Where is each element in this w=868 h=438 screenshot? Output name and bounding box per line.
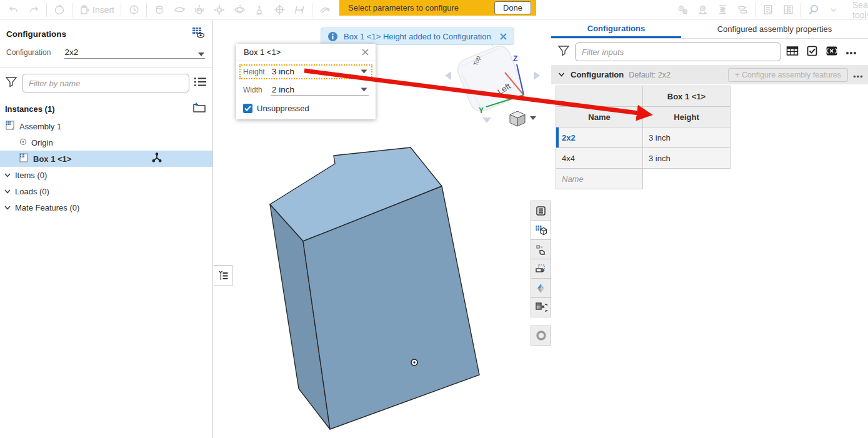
section-mate-features[interactable]: Mate Features (0) [0,199,212,216]
view-mode-ring-button[interactable] [531,326,551,346]
name-column-header[interactable]: Name [556,107,643,127]
section-more-icon[interactable] [853,69,863,81]
height-column-header[interactable]: Height [643,107,731,127]
lift-cylinder-icon[interactable] [189,2,209,18]
configure-assembly-features-button[interactable]: + Configure assembly features [728,68,848,82]
config-name-cell-2x2[interactable]: 2x2 [556,127,643,148]
move-icon[interactable] [209,2,229,18]
redo-icon[interactable] [24,2,44,18]
box-part[interactable] [270,147,479,429]
search-tools-icon[interactable] [804,2,824,18]
tree-item-origin[interactable]: Origin [0,134,212,151]
tab-configured-assembly-properties[interactable]: Configured assembly properties [681,20,868,38]
viewport-side-toolbar [531,201,551,346]
named-positions-panel-button[interactable] [531,297,551,317]
height-parameter-row[interactable]: Height 3 inch [239,64,372,79]
section-view-panel-button[interactable] [531,259,551,279]
tree-item-box-selected[interactable]: Box 1 <1> [0,151,212,167]
configuration-dropdown[interactable]: 2x2 [64,47,205,59]
snap-icon[interactable] [315,2,335,18]
width-parameter-row[interactable]: Width 2 inch [239,82,372,97]
table-instance-header-row: Box 1 <1> [556,86,731,107]
toolbar-divider [72,3,72,17]
box-top-face[interactable] [270,147,442,241]
raise-icon[interactable] [249,2,269,18]
configuration-section-header[interactable]: Configuration Default: 2x2 + Configure a… [551,65,868,84]
section-items[interactable]: Items (0) [0,167,212,183]
config-name-cell-4x4[interactable]: 4x4 [556,148,643,169]
unsuppressed-checkbox-row[interactable]: Unsuppressed [243,104,376,113]
done-button[interactable]: Done [494,1,531,14]
unsuppressed-label: Unsuppressed [257,104,309,113]
height-dropdown[interactable]: 3 inch [271,66,369,77]
chevron-down-icon [3,203,12,212]
mate-connector-icon[interactable] [151,152,162,165]
config-height-cell[interactable]: 3 inch [643,148,731,169]
toolbar-divider [146,3,147,17]
configuration-visibility-icon[interactable] [191,26,205,41]
tab-configurations[interactable]: Configurations [551,20,681,38]
new-config-name-cell[interactable]: Name [556,169,643,189]
replicate-instance-panel-button[interactable] [531,239,551,259]
section-loads[interactable]: Loads (0) [0,183,212,199]
origin-marker [411,359,417,366]
insert-button[interactable]: Insert [75,4,118,16]
table-view-icon[interactable] [786,46,799,59]
table-column-header-row: Name Height [556,107,731,127]
box-side-face[interactable] [270,204,330,429]
y-axis-label: Y [479,106,484,115]
assembly-left-panel: Configurations Configuration 2x2 Instanc… [0,20,213,438]
configure-mode-banner: Select parameters to configure Done [339,0,536,16]
filter-inputs-input[interactable] [575,42,781,61]
left-panel-title: Configurations [6,29,66,39]
instance-header-cell: Box 1 <1> [643,86,731,107]
orbit-icon[interactable] [229,2,249,18]
view-cube-body[interactable] [454,43,526,115]
spring-icon[interactable] [712,2,732,18]
width-dropdown[interactable]: 2 inch [271,84,369,96]
toolbar-divider [121,3,121,17]
checkbox-column-icon[interactable] [806,45,818,59]
height-label: Height [243,67,271,76]
gears-icon[interactable] [672,2,692,18]
list-view-icon[interactable] [194,76,207,90]
measure-icon[interactable] [778,2,798,18]
box-front-face[interactable] [303,186,479,429]
variable-column-icon[interactable] [826,46,838,59]
checkbox-checked-icon[interactable] [243,104,252,113]
table-row: 4x4 3 inch [556,148,731,169]
filter-icon[interactable] [557,45,570,59]
sync-icon[interactable] [49,2,69,18]
banner-text: Select parameters to configure [348,3,494,12]
crosshair-icon[interactable] [269,2,289,18]
mate-icon[interactable] [149,2,169,18]
search-tools-chevron-icon[interactable] [824,2,844,18]
toolbar-divider [46,3,47,17]
search-tools-input[interactable]: Search tools... alt/⌥ c [852,0,868,20]
undo-icon[interactable] [4,2,24,18]
tree-item-assembly[interactable]: Assembly 1 [0,118,212,134]
view-orientation-menu[interactable] [510,111,536,126]
history-icon[interactable] [124,2,144,18]
dialog-close-icon[interactable] [361,48,369,56]
configuration-section-title: Configuration [571,70,624,79]
insert-instance-icon[interactable] [192,102,206,116]
panel-more-icon[interactable] [846,46,857,57]
configuration-value: 2x2 [64,47,78,57]
toast-close-icon[interactable] [499,32,507,41]
configuration-panel-button[interactable] [531,220,551,240]
config-height-cell[interactable]: 3 inch [643,127,731,148]
view-cube[interactable]: Left Top Z Y [431,31,556,131]
filter-icon[interactable] [5,76,17,90]
toggle-icon[interactable] [732,2,752,18]
filter-by-name-input[interactable] [22,74,189,92]
rotate-icon[interactable] [169,2,189,18]
bom-icon[interactable] [758,2,778,18]
toolbar-divider [312,3,312,17]
appearance-panel-button[interactable] [531,278,551,298]
feature-list-panel-button[interactable] [531,201,551,221]
gear-fixed-icon[interactable] [692,2,712,18]
planes-icon[interactable] [289,2,309,18]
chevron-down-icon [361,69,367,74]
feature-list-collapse-button[interactable] [214,265,232,286]
